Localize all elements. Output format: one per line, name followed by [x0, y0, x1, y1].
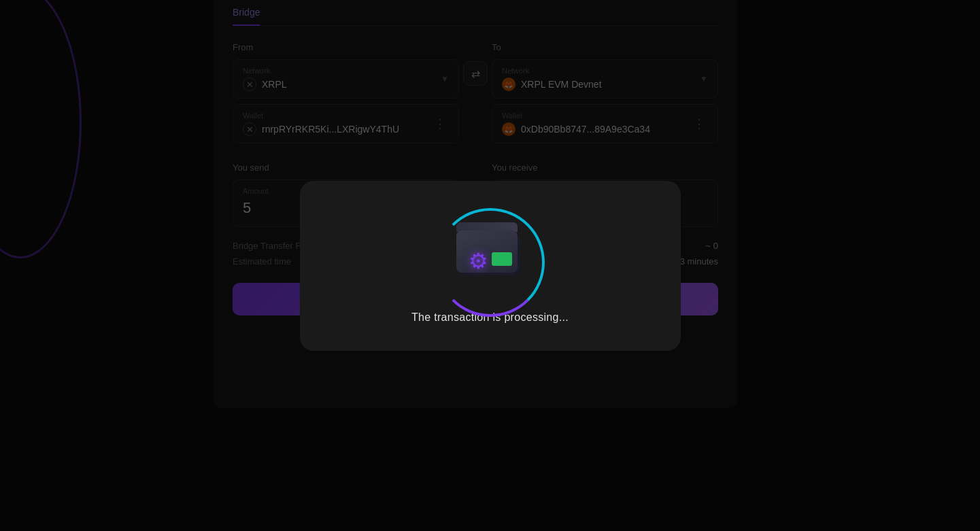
spinner-wrap: ⚙ — [436, 208, 545, 298]
wallet-body: ⚙ — [456, 230, 518, 273]
modal-overlay: ⚙ The transaction is processing... — [0, 0, 980, 531]
wallet-3d-icon: ⚙ — [453, 222, 521, 277]
wallet-gear-icon: ⚙ — [469, 248, 488, 274]
wallet-card — [492, 252, 512, 266]
processing-modal: ⚙ The transaction is processing... — [300, 181, 681, 351]
wallet-icon-wrap: ⚙ — [453, 222, 528, 284]
